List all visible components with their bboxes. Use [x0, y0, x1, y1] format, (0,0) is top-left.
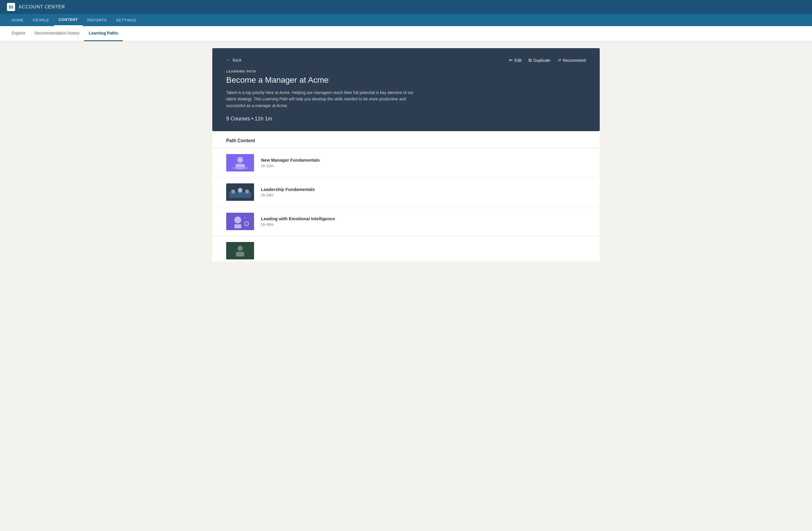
course-thumbnail-3: ♥ ○: [226, 213, 254, 230]
course-info-1: New Manager Fundamentals 1h 12m: [261, 158, 586, 168]
back-label: Back: [233, 58, 242, 62]
nav-item-reports[interactable]: REPORTS: [83, 14, 111, 26]
sub-nav-learning-paths[interactable]: Learning Paths: [84, 26, 123, 41]
main-nav: HOME PEOPLE CONTENT REPORTS SETTINGS: [0, 14, 812, 26]
course-thumbnail-2: [226, 183, 254, 201]
course-duration-1: 1h 12m: [261, 164, 586, 168]
svg-rect-17: [236, 252, 244, 257]
svg-point-6: [231, 189, 235, 193]
edit-button[interactable]: ✏ Edit: [509, 57, 521, 63]
svg-point-8: [245, 189, 249, 193]
nav-item-settings[interactable]: SETTINGS: [111, 14, 141, 26]
hero-label: LEARNING PATH: [226, 70, 586, 73]
header-title: ACCOUNT CENTER: [18, 4, 65, 10]
svg-point-10: [234, 216, 241, 224]
recommend-icon: ↗: [557, 57, 561, 63]
path-content-section: Path Content New Manager Fundamentals 1h…: [212, 131, 600, 262]
course-duration-3: 1h 46m: [261, 222, 586, 227]
svg-point-16: [237, 246, 243, 251]
sub-nav: Explore Recommendation history Learning …: [0, 26, 812, 41]
course-title-1: New Manager Fundamentals: [261, 158, 586, 162]
course-thumbnail-4: [226, 242, 254, 259]
back-arrow-icon: ←: [226, 57, 231, 63]
svg-text:♥: ♥: [244, 216, 246, 220]
linkedin-logo: in: [7, 3, 15, 11]
duplicate-button[interactable]: ⧉ Duplicate: [528, 58, 550, 63]
recommend-button[interactable]: ↗ Recommend: [557, 57, 586, 63]
sub-nav-explore[interactable]: Explore: [7, 26, 30, 41]
main-content: ← Back ✏ Edit ⧉ Duplicate ↗ Recommend LE…: [203, 41, 609, 269]
svg-point-1: [237, 157, 243, 163]
course-item: ♥ ○ Leading with Emotional Intelligence …: [212, 207, 600, 236]
svg-text:○: ○: [246, 223, 247, 226]
svg-rect-11: [234, 224, 241, 228]
course-item: New Manager Fundamentals 1h 12m: [212, 148, 600, 177]
course-item: Leadership Fundamentals 1h 24m: [212, 177, 600, 207]
nav-item-home[interactable]: HOME: [7, 14, 28, 26]
hero-banner: ← Back ✏ Edit ⧉ Duplicate ↗ Recommend LE…: [212, 48, 600, 131]
course-duration-2: 1h 24m: [261, 193, 586, 197]
svg-rect-3: [232, 168, 248, 169]
path-content-header: Path Content: [212, 131, 600, 148]
course-title-3: Leading with Emotional Intelligence: [261, 216, 586, 221]
course-title-2: Leadership Fundamentals: [261, 187, 586, 192]
sub-nav-recommendation-history[interactable]: Recommendation history: [30, 26, 84, 41]
course-info-4: [261, 250, 586, 251]
hero-meta: 9 Courses • 11h 1m: [226, 116, 586, 122]
svg-point-7: [238, 188, 243, 193]
course-item: [212, 236, 600, 262]
course-thumbnail-1: [226, 154, 254, 172]
hero-title: Become a Manager at Acme: [226, 75, 586, 85]
nav-item-content[interactable]: CONTENT: [54, 14, 83, 26]
nav-item-people[interactable]: PEOPLE: [28, 14, 54, 26]
edit-icon: ✏: [509, 57, 513, 63]
top-header: in ACCOUNT CENTER: [0, 0, 812, 14]
course-info-3: Leading with Emotional Intelligence 1h 4…: [261, 216, 586, 227]
hero-actions: ✏ Edit ⧉ Duplicate ↗ Recommend: [509, 57, 586, 63]
course-info-2: Leadership Fundamentals 1h 24m: [261, 187, 586, 197]
duplicate-icon: ⧉: [528, 58, 532, 63]
hero-description: Talent is a top priority here at Acme. H…: [226, 89, 423, 109]
